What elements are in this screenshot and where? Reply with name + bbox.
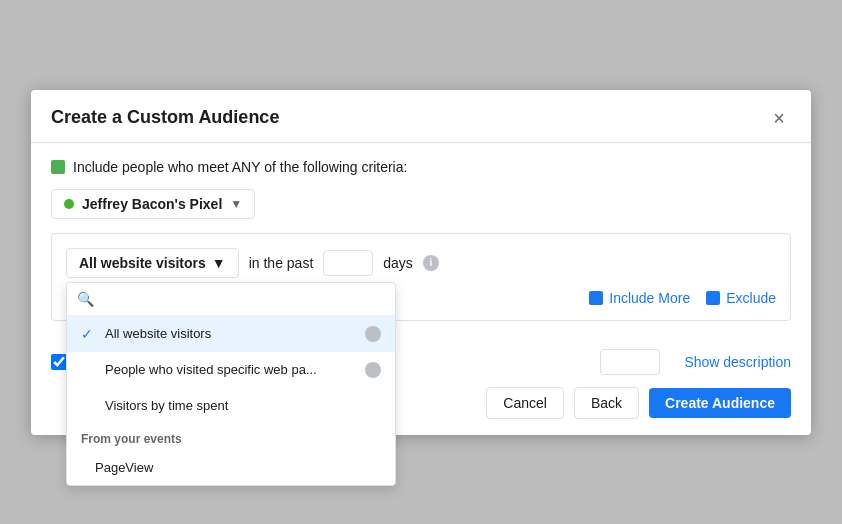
audience-size-input[interactable]: 50 xyxy=(600,349,660,375)
search-input[interactable] xyxy=(100,291,385,307)
cancel-button[interactable]: Cancel xyxy=(486,387,564,419)
include-row: Include people who meet ANY of the follo… xyxy=(51,159,791,175)
dropdown-arrow-icon: ▼ xyxy=(212,255,226,271)
menu-item-text-all-visitors: All website visitors xyxy=(105,326,211,341)
show-description-link[interactable]: Show description xyxy=(684,354,791,370)
events-section-label: From your events xyxy=(67,424,395,450)
pixel-selector[interactable]: Jeffrey Bacon's Pixel ▼ xyxy=(51,189,255,219)
checkmark-icon: ✓ xyxy=(81,326,97,342)
search-icon: 🔍 xyxy=(77,291,94,307)
all-visitors-info-icon[interactable]: i xyxy=(365,326,381,342)
chevron-down-icon: ▼ xyxy=(230,197,242,211)
pixel-name: Jeffrey Bacon's Pixel xyxy=(82,196,222,212)
modal-header: Create a Custom Audience × xyxy=(31,90,811,143)
criteria-row: All website visitors ▼ in the past 30 da… xyxy=(66,248,776,278)
pixel-status-dot xyxy=(64,199,74,209)
include-more-link[interactable]: Include More xyxy=(589,290,690,306)
menu-item-pageview[interactable]: PageView xyxy=(67,450,395,485)
visitor-type-label: All website visitors xyxy=(79,255,206,271)
specific-pages-info-icon[interactable]: i xyxy=(365,362,381,378)
create-audience-button[interactable]: Create Audience xyxy=(649,388,791,418)
in-past-label: in the past xyxy=(249,255,314,271)
menu-item-text-pageview: PageView xyxy=(95,460,153,475)
menu-item-text-specific-pages: People who visited specific web pa... xyxy=(105,362,317,377)
exclude-icon xyxy=(706,291,720,305)
days-label: days xyxy=(383,255,413,271)
include-more-icon xyxy=(589,291,603,305)
criteria-box: All website visitors ▼ in the past 30 da… xyxy=(51,233,791,321)
green-square-icon xyxy=(51,160,65,174)
include-more-label: Include More xyxy=(609,290,690,306)
exclude-label: Exclude xyxy=(726,290,776,306)
create-audience-modal: Create a Custom Audience × Include peopl… xyxy=(31,90,811,435)
days-input[interactable]: 30 xyxy=(323,250,373,276)
visitor-type-menu: 🔍 ✓ All website visitors i xyxy=(66,282,396,486)
days-info-icon[interactable]: i xyxy=(423,255,439,271)
agree-checkbox[interactable] xyxy=(51,354,67,370)
back-button[interactable]: Back xyxy=(574,387,639,419)
menu-item-all-visitors[interactable]: ✓ All website visitors i xyxy=(67,316,395,352)
search-row: 🔍 xyxy=(67,283,395,316)
bottom-right: 50 Show description xyxy=(600,349,791,375)
visitor-type-dropdown[interactable]: All website visitors ▼ xyxy=(66,248,239,278)
modal-title: Create a Custom Audience xyxy=(51,107,279,128)
menu-item-text-time-spent: Visitors by time spent xyxy=(105,398,228,413)
include-label: Include people who meet ANY of the follo… xyxy=(73,159,407,175)
modal-body: Include people who meet ANY of the follo… xyxy=(31,143,811,337)
exclude-link[interactable]: Exclude xyxy=(706,290,776,306)
menu-item-time-spent[interactable]: ✓ Visitors by time spent xyxy=(67,388,395,424)
menu-item-specific-pages[interactable]: ✓ People who visited specific web pa... … xyxy=(67,352,395,388)
close-button[interactable]: × xyxy=(767,106,791,130)
